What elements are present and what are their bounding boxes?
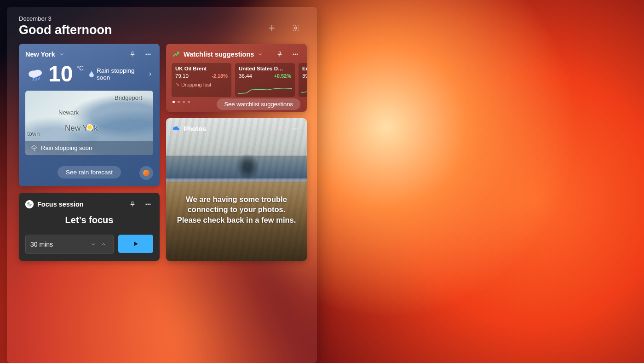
- focus-headline: Let’s focus: [19, 215, 160, 225]
- weather-summary-link[interactable]: Rain stopping soon: [89, 67, 153, 81]
- weather-temperature-unit: °C: [76, 64, 84, 72]
- photos-pin-button[interactable]: [274, 123, 286, 135]
- photos-error-message: We are having some trouble connecting to…: [175, 194, 298, 225]
- focus-title: Focus session: [37, 201, 84, 208]
- ticker-name: Eur…: [302, 66, 307, 71]
- svg-point-14: [297, 128, 298, 129]
- ticker-note: ↘ Dropping fast: [175, 81, 228, 87]
- photos-title: Photos: [184, 125, 206, 133]
- svg-point-8: [150, 204, 150, 205]
- svg-point-7: [148, 204, 149, 205]
- watchlist-widget[interactable]: Watchlist suggestions UK Oil Brent 79.10: [166, 44, 307, 112]
- add-widget-button[interactable]: [265, 22, 278, 35]
- pager-dot: [172, 101, 175, 103]
- watchlist-pin-button[interactable]: [274, 48, 286, 60]
- arrow-down-icon: ↘: [175, 81, 179, 87]
- pin-icon: [276, 126, 283, 132]
- svg-point-2: [148, 54, 149, 55]
- panel-header-actions: [265, 15, 305, 35]
- focus-duration-value: 30 mins: [30, 241, 53, 248]
- weather-location-dropdown[interactable]: New York: [25, 51, 64, 58]
- widgets-col-left: New York: [19, 44, 160, 261]
- clock-app-icon: [25, 200, 34, 208]
- focus-more-button[interactable]: [142, 198, 154, 210]
- widgets-grid: New York: [7, 39, 317, 265]
- pin-icon: [129, 51, 136, 58]
- map-label-newark: Newark: [58, 109, 79, 116]
- watchlist-more-button[interactable]: [289, 48, 301, 60]
- ticker-sparkline: [238, 86, 292, 94]
- focus-duration-input[interactable]: 30 mins: [25, 235, 114, 254]
- weather-temperature-row: 10 °C Rain stopping soon: [19, 63, 160, 85]
- onedrive-icon: [172, 125, 180, 133]
- focus-session-widget[interactable]: Focus session Let’s focus 30 mins: [19, 193, 160, 261]
- svg-point-12: [293, 128, 294, 129]
- umbrella-icon: [31, 145, 37, 151]
- ticker-card[interactable]: Eur… 39.: [299, 63, 307, 97]
- chevron-right-icon: [147, 71, 153, 77]
- panel-greeting: Good afternoon: [19, 23, 112, 37]
- panel-header: December 3 Good afternoon: [7, 7, 317, 39]
- watchlist-title: Watchlist suggestions: [184, 51, 254, 58]
- plus-icon: [268, 24, 276, 32]
- svg-point-5: [34, 69, 42, 76]
- weather-more-button[interactable]: [142, 48, 154, 60]
- play-icon: [132, 240, 139, 248]
- svg-point-13: [295, 128, 296, 129]
- stocks-up-icon: [172, 51, 180, 58]
- pager-dot: [188, 101, 190, 103]
- svg-point-9: [293, 54, 294, 55]
- pin-icon: [276, 51, 283, 58]
- focus-controls: 30 mins: [19, 228, 160, 260]
- map-label-town: town: [27, 130, 40, 137]
- provider-dot-icon: [143, 170, 150, 176]
- svg-point-11: [297, 54, 298, 55]
- map-label-bridgeport: Bridgeport: [115, 94, 142, 101]
- focus-duration-decrease[interactable]: [88, 239, 98, 249]
- weather-location: New York: [25, 51, 55, 58]
- see-watchlist-suggestions-button[interactable]: See watchlist suggestions: [217, 98, 300, 110]
- watchlist-title-dropdown[interactable]: Watchlist suggestions: [184, 51, 263, 58]
- weather-map-banner: Rain stopping soon: [25, 141, 153, 155]
- ticker-change: +0.52%: [274, 73, 291, 79]
- widgets-col-right: Watchlist suggestions UK Oil Brent 79.10: [166, 44, 307, 261]
- more-icon: [292, 126, 299, 132]
- more-icon: [145, 51, 151, 58]
- see-rain-forecast-button[interactable]: See rain forecast: [58, 166, 121, 179]
- photos-more-button[interactable]: [289, 123, 301, 135]
- ticker-name: UK Oil Brent: [175, 66, 228, 71]
- weather-widget[interactable]: New York: [19, 44, 160, 186]
- weather-pin-button[interactable]: [126, 48, 138, 60]
- ticker-sparkline: [301, 86, 307, 94]
- chevron-down-icon: [59, 52, 64, 57]
- ticker-card[interactable]: UK Oil Brent 79.10 -2.18% ↘ Dropping fas…: [172, 63, 231, 97]
- pager-dot: [183, 101, 185, 103]
- more-icon: [292, 51, 299, 58]
- svg-point-0: [295, 27, 297, 29]
- weather-current: 10 °C: [25, 63, 84, 85]
- chevron-up-icon: [101, 242, 106, 247]
- widgets-panel: December 3 Good afternoon New York: [7, 7, 317, 363]
- ticker-name: United States D…: [239, 66, 291, 71]
- chevron-down-icon: [91, 242, 96, 247]
- weather-footer: See rain forecast: [19, 161, 160, 179]
- ticker-price: 39.: [302, 73, 307, 79]
- more-icon: [145, 201, 151, 207]
- photos-widget[interactable]: Photos We are having some trouble connec…: [166, 118, 307, 261]
- weather-condition-icon: [25, 64, 46, 84]
- weather-map-banner-text: Rain stopping soon: [41, 144, 92, 151]
- focus-pin-button[interactable]: [126, 198, 138, 210]
- raindrop-icon: [89, 71, 94, 77]
- watchlist-tickers: UK Oil Brent 79.10 -2.18% ↘ Dropping fas…: [166, 63, 307, 97]
- svg-point-1: [146, 54, 147, 55]
- weather-radar-map[interactable]: Newark New York Bridgeport town Rain sto…: [25, 91, 153, 155]
- weather-temperature-value: 10: [48, 63, 73, 85]
- weather-provider-badge[interactable]: [139, 166, 153, 180]
- focus-duration-increase[interactable]: [98, 239, 109, 249]
- pin-icon: [129, 201, 136, 207]
- widgets-settings-button[interactable]: [289, 22, 302, 35]
- weather-summary-text: Rain stopping soon: [97, 67, 144, 81]
- ticker-change: -2.18%: [212, 73, 228, 79]
- ticker-card[interactable]: United States D… 36.44 +0.52%: [235, 63, 295, 97]
- focus-start-button[interactable]: [118, 235, 153, 253]
